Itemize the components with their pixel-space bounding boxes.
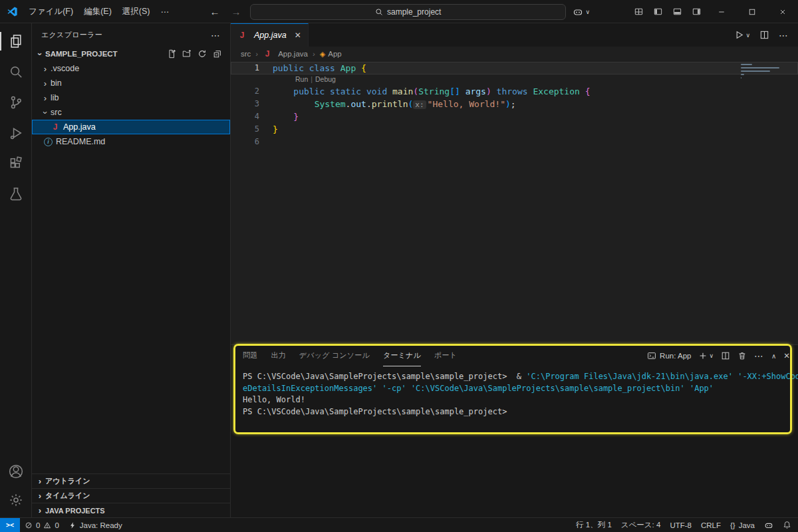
testing-icon[interactable]	[0, 179, 32, 209]
split-terminal-icon[interactable]	[721, 351, 730, 360]
panel-tab-debug-console[interactable]: デバッグ コンソール	[299, 345, 370, 366]
code-line-4[interactable]: 4 }	[231, 110, 798, 123]
breadcrumb-file[interactable]: J App.java	[263, 49, 308, 59]
java-status[interactable]: Java: Ready	[64, 518, 127, 532]
copilot-button[interactable]: ∨	[573, 7, 590, 17]
panel-tab-problems[interactable]: 問題	[243, 345, 257, 366]
sidebar-explorer: エクスプローラー ⋯ › SAMPLE_PROJECT ›.vscode›bin…	[32, 23, 231, 517]
chevron-right-icon: ›	[35, 505, 45, 515]
breadcrumb-symbol[interactable]: ◈ App	[320, 50, 342, 59]
remote-indicator[interactable]: ><	[0, 518, 20, 532]
section-outline[interactable]: ›アウトライン	[32, 473, 230, 488]
cursor-position[interactable]: 行 1、列 1	[571, 518, 616, 532]
editor-more-icon[interactable]: ⋯	[779, 30, 789, 41]
code-editor[interactable]: 1public class App {Run|Debug2 public sta…	[231, 61, 798, 344]
terminal-session[interactable]: Run: App	[647, 351, 691, 360]
info-file-icon: i	[44, 138, 53, 146]
panel-tab-ports[interactable]: ポート	[434, 345, 457, 366]
sidebar-more-icon[interactable]: ⋯	[211, 30, 221, 41]
run-debug-icon[interactable]	[0, 118, 32, 148]
codelens-debug-link[interactable]: Debug	[315, 75, 336, 83]
toggle-panel-button[interactable]	[668, 0, 687, 23]
settings-gear-icon[interactable]	[0, 487, 32, 517]
code-text: }	[273, 123, 798, 136]
codelens-run-link[interactable]: Run	[295, 75, 308, 83]
customize-layout-button[interactable]	[629, 0, 648, 23]
back-button[interactable]: ←	[207, 6, 222, 17]
command-center-search[interactable]: sample_project	[250, 4, 566, 20]
run-java-button[interactable]: ∨	[734, 30, 750, 40]
explorer-icon[interactable]	[0, 26, 32, 57]
encoding[interactable]: UTF-8	[665, 518, 696, 532]
tab-app-java[interactable]: J App.java ✕	[231, 23, 309, 47]
section-timeline[interactable]: ›タイムライン	[32, 488, 230, 503]
indentation[interactable]: スペース: 4	[616, 518, 666, 532]
panel-more-icon[interactable]: ⋯	[754, 350, 764, 361]
code-line-3[interactable]: 3 System.out.println(x:"Hello, World!");	[231, 98, 798, 110]
toggle-primary-sidebar-button[interactable]	[648, 0, 668, 23]
tab-bar: J App.java ✕ ∨ ⋯	[231, 23, 798, 47]
split-editor-icon[interactable]	[759, 30, 769, 40]
minimize-button[interactable]	[706, 0, 737, 23]
code-line-6[interactable]: 6	[231, 136, 798, 148]
search-value: sample_project	[387, 7, 441, 17]
close-window-button[interactable]	[767, 0, 798, 23]
tab-close-icon[interactable]: ✕	[295, 31, 301, 40]
sidebar-sections: ›アウトライン›タイムライン›JAVA PROJECTS	[32, 473, 230, 517]
extensions-icon[interactable]	[0, 148, 32, 179]
code-text: public static void main(String[] args) t…	[273, 85, 798, 98]
breadcrumb-src[interactable]: src	[241, 50, 251, 58]
close-panel-icon[interactable]: ✕	[783, 351, 790, 360]
menu-more[interactable]: ⋯	[155, 4, 174, 19]
menu-edit[interactable]: 編集(E)	[78, 3, 117, 20]
warnings-count: 0	[55, 521, 59, 529]
kill-terminal-icon[interactable]	[737, 351, 747, 360]
panel-tab-output[interactable]: 出力	[271, 345, 285, 366]
menu-file[interactable]: ファイル(F)	[23, 3, 78, 20]
panel-tabs: 問題出力デバッグ コンソールターミナルポート	[243, 345, 470, 366]
errors-count: 0	[36, 521, 40, 529]
sidebar-title: エクスプローラー	[41, 30, 211, 40]
tree-item-app-java[interactable]: JApp.java	[32, 120, 230, 134]
account-icon[interactable]	[0, 456, 32, 487]
search-sidebar-icon[interactable]	[0, 57, 32, 87]
java-file-icon: J	[263, 49, 272, 59]
file-tree: ›.vscode›bin›lib›srcJApp.javaiREADME.md	[32, 61, 230, 149]
project-root-row[interactable]: › SAMPLE_PROJECT	[32, 47, 230, 61]
tree-item--vscode[interactable]: ›.vscode	[32, 61, 230, 76]
terminal[interactable]: PS C:\VSCode\Java\SampleProjects\sample\…	[231, 366, 798, 517]
collapse-all-icon[interactable]	[213, 49, 222, 59]
breadcrumb: src › J App.java › ◈ App	[231, 47, 798, 61]
bottom-panel: 問題出力デバッグ コンソールターミナルポート Run: App ∨ ⋯ ∧ ✕	[231, 344, 798, 517]
codelens: Run|Debug	[231, 74, 798, 85]
tree-item-src[interactable]: ›src	[32, 105, 230, 120]
notifications-bell-icon[interactable]	[778, 518, 798, 532]
toggle-secondary-sidebar-button[interactable]	[687, 0, 706, 23]
chevron-right-icon: ›	[35, 491, 45, 501]
code-line-2[interactable]: 2 public static void main(String[] args)…	[231, 85, 798, 98]
new-terminal-button[interactable]: ∨	[698, 351, 714, 360]
maximize-button[interactable]	[737, 0, 767, 23]
tree-item-bin[interactable]: ›bin	[32, 76, 230, 90]
forward-button[interactable]: →	[229, 6, 243, 17]
minimap-line	[741, 67, 779, 68]
source-control-icon[interactable]	[0, 87, 32, 118]
tree-item-readme-md[interactable]: iREADME.md	[32, 134, 230, 149]
language-mode[interactable]: {} Java	[726, 518, 759, 532]
code-line-5[interactable]: 5}	[231, 123, 798, 136]
refresh-icon[interactable]	[198, 49, 207, 59]
maximize-panel-icon[interactable]: ∧	[771, 352, 776, 360]
problems-status[interactable]: 0 0	[20, 518, 64, 532]
eol-sequence[interactable]: CRLF	[696, 518, 726, 532]
new-folder-icon[interactable]	[182, 49, 192, 59]
new-file-icon[interactable]	[167, 49, 176, 59]
code-line-1[interactable]: 1public class App {	[231, 62, 798, 74]
tree-item-lib[interactable]: ›lib	[32, 90, 230, 105]
search-icon	[375, 8, 383, 16]
copilot-status-icon[interactable]	[759, 518, 778, 532]
line-number: 1	[231, 62, 273, 74]
minimap[interactable]	[741, 64, 789, 84]
section-java-projects[interactable]: ›JAVA PROJECTS	[32, 503, 230, 517]
panel-tab-terminal[interactable]: ターミナル	[383, 345, 421, 366]
menu-selection[interactable]: 選択(S)	[117, 3, 156, 20]
